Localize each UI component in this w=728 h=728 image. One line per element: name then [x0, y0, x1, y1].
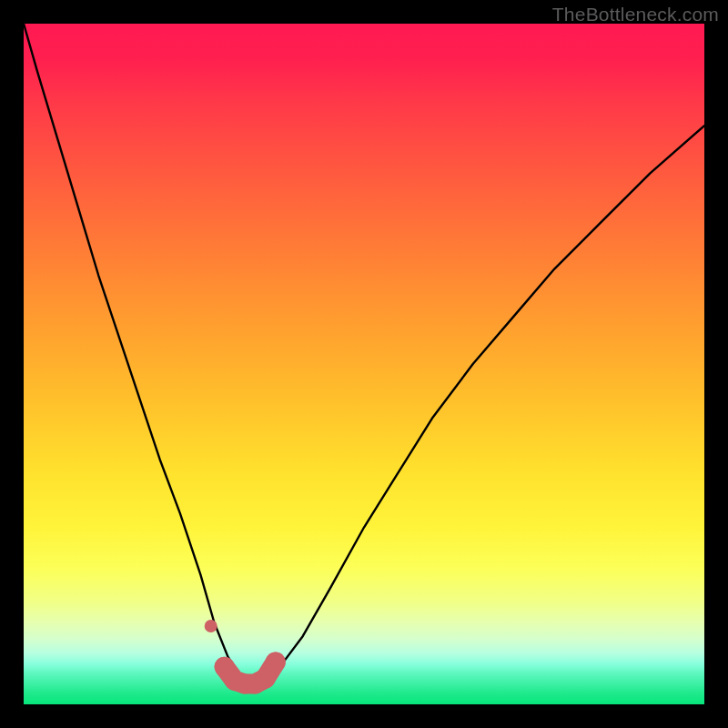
bottleneck-curve [24, 24, 704, 684]
plot-area [24, 24, 704, 704]
optimal-marker-dot [266, 652, 286, 672]
chart-svg [24, 24, 704, 704]
watermark-text: TheBottleneck.com [552, 4, 719, 25]
chart-frame: TheBottleneck.com [0, 0, 728, 728]
optimal-marker-dot [205, 620, 217, 632]
